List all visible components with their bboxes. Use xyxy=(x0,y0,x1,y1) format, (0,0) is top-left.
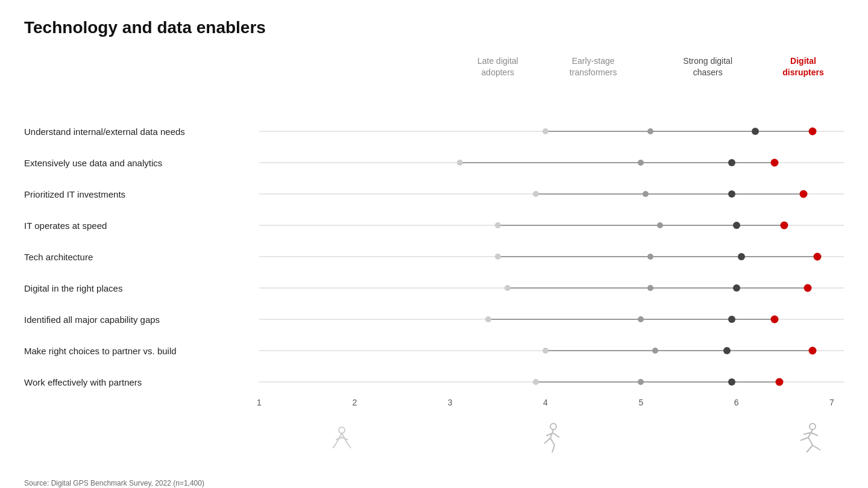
row-chart-area xyxy=(259,272,844,304)
source-text: Source: Digital GPS Benchmark Survey, 20… xyxy=(24,479,844,487)
data-dot xyxy=(647,285,653,291)
svg-line-16 xyxy=(800,437,808,440)
chart-body: Understand internal/external data needsE… xyxy=(24,116,844,398)
data-dot xyxy=(733,284,740,292)
data-dot xyxy=(542,128,549,134)
chart-row: Tech architecture xyxy=(24,241,844,272)
svg-line-21 xyxy=(811,433,818,436)
data-dot xyxy=(728,190,735,198)
data-dot xyxy=(752,128,759,135)
row-chart-area xyxy=(259,210,844,241)
data-dot xyxy=(485,316,491,322)
svg-line-17 xyxy=(808,437,813,445)
data-dot xyxy=(657,222,663,228)
connector-line xyxy=(536,193,803,195)
data-dot xyxy=(775,378,783,386)
row-label: Identified all major capability gaps xyxy=(24,314,259,325)
connector-line xyxy=(536,381,779,383)
chart-row: Identified all major capability gaps xyxy=(24,304,844,335)
data-dot xyxy=(780,222,788,230)
data-dot xyxy=(495,222,501,228)
data-dot xyxy=(814,253,822,261)
chart-row: Digital in the right places xyxy=(24,272,844,304)
svg-line-10 xyxy=(550,438,555,445)
data-dot xyxy=(728,378,735,386)
connector-line xyxy=(508,287,808,289)
data-dot xyxy=(457,160,463,166)
col-header: Digitaldisrupters xyxy=(770,55,837,78)
data-dot xyxy=(738,253,745,260)
data-dot xyxy=(533,379,539,385)
axis-tick-label: 1 xyxy=(250,398,268,407)
data-dot xyxy=(533,191,539,197)
chart-row: Work effectively with partners xyxy=(24,366,844,398)
icon-slow xyxy=(318,425,366,455)
row-label: Make right choices to partner vs. build xyxy=(24,346,259,356)
data-dot xyxy=(771,316,779,324)
svg-line-18 xyxy=(807,445,813,452)
chart-container: Late digitaladoptersEarly-stagetransform… xyxy=(24,55,844,461)
row-label: Work effectively with partners xyxy=(24,377,259,387)
data-dot xyxy=(804,284,812,292)
axis-tick-label: 4 xyxy=(536,398,555,407)
axis-tick-label: 7 xyxy=(823,398,841,407)
data-dot xyxy=(638,160,644,166)
svg-line-19 xyxy=(813,445,820,450)
row-label: Tech architecture xyxy=(24,252,259,262)
row-chart-area xyxy=(259,178,844,210)
row-label: Digital in the right places xyxy=(24,283,259,293)
data-dot xyxy=(638,316,644,322)
column-headers: Late digitaladoptersEarly-stagetransform… xyxy=(259,55,832,104)
data-dot xyxy=(643,191,649,197)
col-header: Late digitaladopters xyxy=(465,55,531,78)
axis-tick-label: 2 xyxy=(345,398,363,407)
svg-line-9 xyxy=(544,438,550,443)
row-chart-area xyxy=(259,116,844,147)
data-dot xyxy=(728,159,735,166)
chart-row: Prioritized IT investments xyxy=(24,178,844,210)
axis-labels: 1234567 xyxy=(259,398,832,413)
col-header: Strong digitalchasers xyxy=(675,55,741,78)
data-dot xyxy=(652,348,658,354)
axis-tick-label: 3 xyxy=(441,398,459,407)
connector-line xyxy=(546,350,813,351)
data-dot xyxy=(638,379,644,385)
data-dot xyxy=(495,254,501,260)
chart-title: Technology and data enablers xyxy=(24,18,844,37)
row-chart-area xyxy=(259,304,844,335)
row-label: Understand internal/external data needs xyxy=(24,127,259,137)
svg-line-13 xyxy=(553,433,559,437)
icon-sprinting xyxy=(785,422,834,458)
data-dot xyxy=(505,285,511,291)
data-dot xyxy=(542,348,549,354)
connector-line xyxy=(498,225,784,226)
chart-row: Understand internal/external data needs xyxy=(24,116,844,147)
data-dot xyxy=(647,254,653,260)
data-dot xyxy=(647,128,653,134)
col-header: Early-stagetransformers xyxy=(560,55,626,78)
axis-tick-label: 5 xyxy=(632,398,650,407)
icon-running xyxy=(527,422,576,458)
svg-point-14 xyxy=(810,424,816,430)
chart-row: Extensively use data and analytics xyxy=(24,147,844,178)
row-chart-area xyxy=(259,366,844,398)
connector-line xyxy=(498,256,817,257)
data-dot xyxy=(799,190,807,198)
row-chart-area xyxy=(259,147,844,178)
svg-line-11 xyxy=(552,445,555,452)
chart-row: Make right choices to partner vs. build xyxy=(24,335,844,366)
row-label: Extensively use data and analytics xyxy=(24,158,259,168)
icons-row xyxy=(259,419,832,461)
connector-line xyxy=(460,162,775,163)
data-dot xyxy=(809,128,817,136)
axis-tick-label: 6 xyxy=(728,398,746,407)
data-dot xyxy=(733,222,740,229)
svg-point-7 xyxy=(550,424,556,430)
data-dot xyxy=(809,347,817,355)
svg-point-0 xyxy=(339,427,345,433)
row-label: IT operates at speed xyxy=(24,221,259,231)
row-label: Prioritized IT investments xyxy=(24,189,259,199)
row-chart-area xyxy=(259,335,844,366)
data-dot xyxy=(728,316,735,323)
row-chart-area xyxy=(259,241,844,272)
